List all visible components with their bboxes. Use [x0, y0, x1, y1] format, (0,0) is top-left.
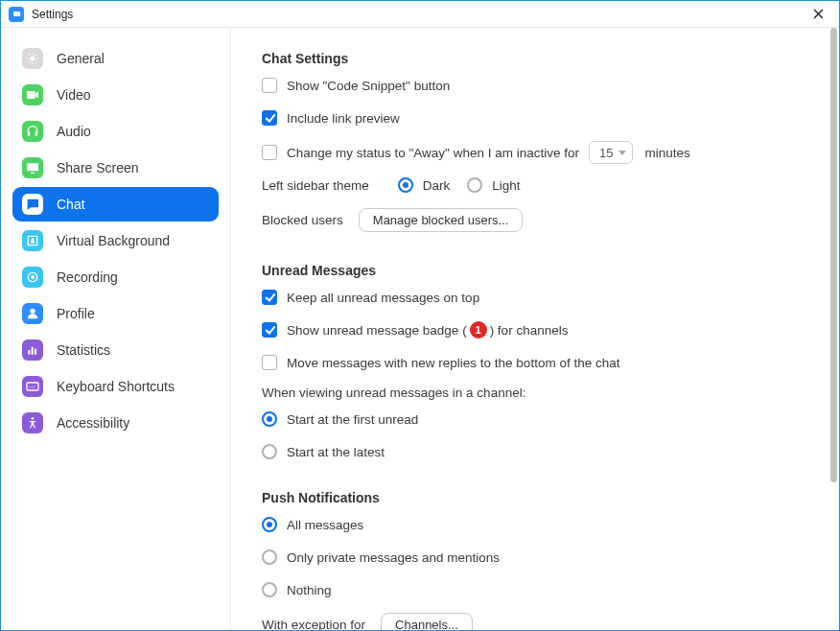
sidebar-item-video[interactable]: Video	[12, 78, 219, 112]
option-include-link-preview[interactable]: Include link preview	[262, 108, 801, 128]
sidebar-item-audio[interactable]: Audio	[12, 114, 219, 149]
scrollbar[interactable]	[830, 28, 837, 626]
option-move-replies-bottom[interactable]: Move messages with new replies to the bo…	[262, 353, 801, 372]
sidebar-item-accessibility[interactable]: Accessibility	[12, 406, 219, 440]
option-start-latest[interactable]: Start at the latest	[262, 442, 801, 461]
radio-theme-dark[interactable]	[398, 177, 413, 193]
svg-point-2	[30, 309, 35, 314]
sidebar-item-profile[interactable]: Profile	[12, 296, 219, 331]
sidebar-item-statistics[interactable]: Statistics	[12, 333, 219, 367]
option-label-before: Show unread message badge (	[287, 323, 467, 338]
radio-label: Dark	[423, 178, 451, 193]
radio-start-first-unread[interactable]	[262, 411, 277, 427]
option-push-private[interactable]: Only private messages and mentions	[262, 548, 801, 567]
scroll-thumb[interactable]	[830, 28, 837, 482]
keyboard-icon	[22, 376, 43, 397]
virtual-background-icon	[22, 230, 43, 251]
sidebar-item-keyboard-shortcuts[interactable]: Keyboard Shortcuts	[12, 369, 219, 404]
option-push-nothing[interactable]: Nothing	[262, 580, 801, 599]
option-show-unread-badge[interactable]: Show unread message badge ( 1 ) for chan…	[262, 320, 801, 339]
svg-rect-3	[27, 383, 38, 390]
option-label: Nothing	[287, 583, 332, 597]
sidebar-item-share-screen[interactable]: Share Screen	[12, 151, 219, 185]
checkbox-include-link-preview[interactable]	[262, 110, 277, 126]
radio-label: Light	[492, 178, 520, 193]
option-label: Move messages with new replies to the bo…	[287, 356, 619, 370]
select-value: 15	[599, 146, 613, 160]
sidebar-item-recording[interactable]: Recording	[12, 260, 219, 294]
option-label: Only private messages and mentions	[287, 550, 500, 565]
blocked-users-label: Blocked users	[262, 213, 343, 227]
headphones-icon	[22, 121, 43, 142]
sidebar-item-label: Recording	[57, 269, 118, 285]
option-show-code-snippet[interactable]: Show "Code Snippet" button	[262, 76, 801, 95]
accessibility-icon	[22, 412, 43, 433]
radio-push-all[interactable]	[262, 517, 277, 532]
close-button[interactable]	[805, 1, 831, 28]
push-notifications-heading: Push Notifications	[262, 490, 801, 505]
svg-point-1	[31, 275, 35, 279]
option-label: All messages	[287, 518, 363, 532]
option-label: Start at the latest	[287, 445, 385, 459]
option-label: Include link preview	[287, 111, 400, 126]
option-label-after: ) for channels	[490, 323, 569, 338]
sidebar-item-label: Audio	[57, 124, 91, 139]
when-viewing-label: When viewing unread messages in a channe…	[262, 386, 801, 400]
app-icon	[9, 7, 24, 22]
sidebar-item-label: Profile	[57, 306, 95, 321]
option-push-all[interactable]: All messages	[262, 515, 801, 534]
exception-channels-button[interactable]: Channels...	[381, 613, 473, 630]
away-minutes-select[interactable]: 15	[589, 141, 633, 164]
exception-row: With exception for Channels...	[262, 613, 801, 630]
chat-icon	[22, 194, 43, 215]
sidebar-item-chat[interactable]: Chat	[12, 187, 219, 222]
bars-icon	[22, 339, 43, 361]
exception-label: With exception for	[262, 618, 365, 630]
camera-icon	[22, 84, 43, 105]
radio-push-nothing[interactable]	[262, 582, 277, 597]
sidebar-item-label: Accessibility	[57, 415, 129, 431]
option-keep-unread-top[interactable]: Keep all unread messages on top	[262, 288, 801, 307]
record-icon	[22, 267, 43, 288]
option-away-status[interactable]: Change my status to "Away" when I am ina…	[262, 141, 801, 164]
radio-theme-light[interactable]	[467, 177, 482, 193]
checkbox-keep-unread-top[interactable]	[262, 290, 277, 305]
sidebar-item-virtual-background[interactable]: Virtual Background	[12, 223, 219, 258]
checkbox-away-status[interactable]	[262, 145, 277, 160]
unread-messages-heading: Unread Messages	[262, 263, 801, 278]
sidebar-item-label: Chat	[57, 197, 85, 212]
sidebar-item-label: General	[57, 51, 105, 66]
radio-start-latest[interactable]	[262, 444, 277, 459]
checkbox-show-code-snippet[interactable]	[262, 78, 277, 93]
unread-count-badge: 1	[470, 321, 487, 339]
option-label: Keep all unread messages on top	[287, 291, 479, 305]
radio-push-private[interactable]	[262, 549, 277, 565]
main-panel: Chat Settings Show "Code Snippet" button…	[231, 28, 839, 630]
chat-settings-heading: Chat Settings	[262, 51, 801, 66]
checkbox-move-replies[interactable]	[262, 355, 277, 370]
settings-window: Settings General Video Audio Share Scree…	[0, 0, 840, 631]
option-start-first-unread[interactable]: Start at the first unread	[262, 409, 801, 429]
sidebar: General Video Audio Share Screen Chat Vi…	[1, 28, 231, 630]
option-label: Show "Code Snippet" button	[287, 79, 450, 93]
sidebar-item-label: Video	[57, 87, 91, 103]
sidebar-item-label: Virtual Background	[57, 233, 170, 248]
gear-icon	[22, 48, 43, 69]
sidebar-item-general[interactable]: General	[12, 41, 219, 76]
titlebar: Settings	[1, 1, 839, 28]
profile-icon	[22, 303, 43, 324]
option-label: Start at the first unread	[287, 412, 418, 427]
share-screen-icon	[22, 157, 43, 178]
blocked-users-row: Blocked users Manage blocked users...	[262, 208, 801, 232]
close-icon	[813, 9, 824, 19]
theme-label: Left sidebar theme	[262, 178, 369, 193]
checkbox-unread-badge[interactable]	[262, 322, 277, 338]
svg-point-4	[32, 417, 35, 420]
theme-row: Left sidebar theme Dark Light	[262, 177, 801, 193]
window-title: Settings	[32, 8, 73, 21]
sidebar-item-label: Share Screen	[57, 160, 139, 175]
sidebar-item-label: Statistics	[57, 342, 110, 358]
sidebar-item-label: Keyboard Shortcuts	[57, 379, 175, 394]
manage-blocked-users-button[interactable]: Manage blocked users...	[359, 208, 524, 232]
minutes-label: minutes	[644, 146, 689, 160]
